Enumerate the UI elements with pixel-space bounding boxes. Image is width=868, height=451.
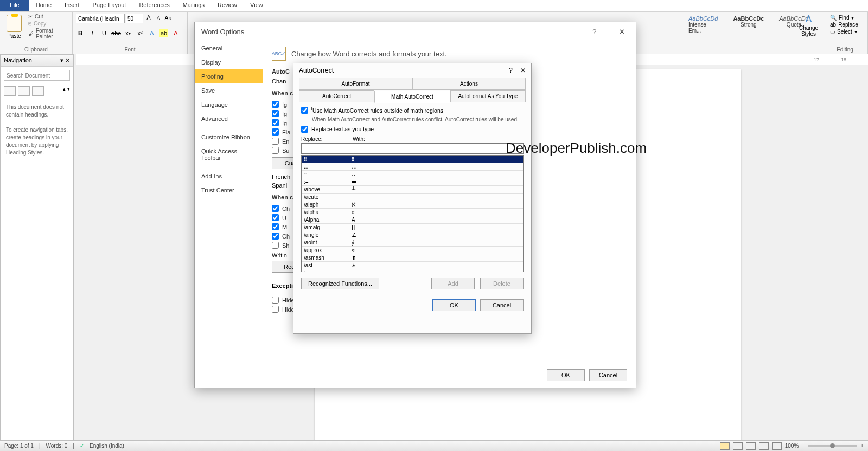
autocorrect-row[interactable]: \angle∠ bbox=[302, 231, 523, 239]
autocorrect-row[interactable]: \asymp≍ bbox=[302, 269, 523, 272]
options-nav-addins[interactable]: Add-Ins bbox=[195, 169, 263, 183]
autocorrect-row[interactable]: \acute bbox=[302, 194, 523, 201]
check-ignore-3[interactable] bbox=[272, 119, 279, 126]
autocorrect-row[interactable]: \above┴ bbox=[302, 186, 523, 194]
autocorrect-row[interactable]: \amalg∐ bbox=[302, 224, 523, 231]
check-spelling[interactable] bbox=[272, 205, 279, 212]
check-flag[interactable] bbox=[272, 128, 279, 136]
check-replace-as-you-type[interactable] bbox=[301, 126, 308, 133]
autocorrect-row[interactable]: \alephℵ bbox=[302, 201, 523, 209]
underline-button[interactable]: U bbox=[100, 29, 108, 37]
style-intense-emphasis[interactable]: AaBbCcDd Intense Em... bbox=[684, 14, 723, 35]
nav-close-icon[interactable]: ✕ bbox=[65, 57, 70, 63]
subscript-button[interactable]: x₂ bbox=[124, 29, 132, 37]
font-size-select[interactable] bbox=[126, 14, 143, 23]
view-outline[interactable] bbox=[759, 442, 769, 450]
tab-page-layout[interactable]: Page Layout bbox=[86, 0, 133, 11]
check-ignore-2[interactable] bbox=[272, 110, 279, 117]
recognized-functions-button[interactable]: Recognized Functions... bbox=[301, 278, 379, 289]
options-nav-save[interactable]: Save bbox=[195, 83, 263, 98]
autocorrect-cancel-button[interactable]: Cancel bbox=[480, 299, 524, 311]
select-button[interactable]: ▭Select ▾ bbox=[830, 29, 860, 35]
zoom-level[interactable]: 100% bbox=[785, 443, 799, 449]
autocorrect-list[interactable]: !!‼...…::∷:=≔\above┴\acute\alephℵ\alphaα… bbox=[301, 155, 524, 272]
change-case-button[interactable]: Aa bbox=[164, 14, 173, 22]
autocorrect-help-icon[interactable]: ? bbox=[509, 67, 513, 74]
check-use-math-outside[interactable] bbox=[301, 107, 308, 114]
nav-collapse-icon[interactable]: ▴ ▾ bbox=[63, 86, 70, 96]
highlight-button[interactable]: ab bbox=[159, 29, 168, 37]
navigation-search-input[interactable] bbox=[4, 70, 70, 81]
ac-tab-autocorrect[interactable]: AutoCorrect bbox=[299, 90, 374, 102]
options-close-button[interactable]: ✕ bbox=[615, 28, 629, 36]
autocorrect-row[interactable]: \alphaα bbox=[302, 209, 523, 216]
replace-button[interactable]: abReplace bbox=[830, 22, 860, 28]
tab-review[interactable]: Review bbox=[211, 0, 244, 11]
autocorrect-ok-button[interactable]: OK bbox=[432, 299, 476, 311]
autocorrect-row[interactable]: ::∷ bbox=[302, 171, 523, 178]
check-contextual[interactable] bbox=[272, 214, 279, 221]
tab-view[interactable]: View bbox=[244, 0, 270, 11]
view-full-screen[interactable] bbox=[733, 442, 743, 450]
strikethrough-button[interactable]: abc bbox=[112, 29, 120, 37]
status-words[interactable]: Words: 0 bbox=[46, 443, 68, 449]
check-grammar[interactable] bbox=[272, 223, 279, 230]
autocorrect-row[interactable]: \asmash⬆ bbox=[302, 254, 523, 262]
superscript-button[interactable]: x² bbox=[136, 29, 144, 37]
autocorrect-row[interactable]: \approx≈ bbox=[302, 247, 523, 254]
change-styles-button[interactable]: A Change Styles bbox=[795, 12, 822, 54]
ac-tab-autoformat-as-you-type[interactable]: AutoFormat As You Type bbox=[450, 90, 526, 102]
font-name-select[interactable] bbox=[76, 14, 125, 23]
shrink-font-button[interactable]: A bbox=[154, 14, 163, 22]
nav-tab-results[interactable] bbox=[32, 86, 44, 96]
options-nav-qat[interactable]: Quick Access Toolbar bbox=[195, 144, 263, 165]
with-input[interactable] bbox=[350, 143, 524, 154]
tab-insert[interactable]: Insert bbox=[58, 0, 86, 11]
autocorrect-row[interactable]: ...… bbox=[302, 163, 523, 171]
zoom-slider[interactable] bbox=[808, 445, 857, 447]
check-show-stats[interactable] bbox=[272, 242, 279, 249]
ac-tab-actions[interactable]: Actions bbox=[412, 78, 526, 89]
zoom-handle[interactable] bbox=[830, 443, 835, 448]
options-nav-display[interactable]: Display bbox=[195, 55, 263, 69]
autocorrect-row[interactable]: \aoint∳ bbox=[302, 239, 523, 247]
options-ok-button[interactable]: OK bbox=[547, 369, 585, 381]
check-suggest[interactable] bbox=[272, 147, 279, 154]
options-cancel-button[interactable]: Cancel bbox=[589, 369, 627, 381]
add-button[interactable]: Add bbox=[431, 278, 475, 289]
spellcheck-icon[interactable]: ✓ bbox=[80, 443, 84, 449]
autocorrect-close-button[interactable]: ✕ bbox=[520, 67, 526, 74]
bold-button[interactable]: B bbox=[76, 29, 85, 37]
ac-tab-autoformat[interactable]: AutoFormat bbox=[299, 78, 412, 89]
cut-button[interactable]: ✂Cut bbox=[28, 14, 69, 20]
options-help-icon[interactable]: ? bbox=[592, 28, 596, 36]
grow-font-button[interactable]: A bbox=[144, 14, 153, 22]
italic-button[interactable]: I bbox=[88, 29, 97, 37]
check-grammar-with-spelling[interactable] bbox=[272, 233, 279, 240]
tab-home[interactable]: Home bbox=[29, 0, 58, 11]
tab-mailings[interactable]: Mailings bbox=[176, 0, 211, 11]
status-page[interactable]: Page: 1 of 1 bbox=[4, 443, 34, 449]
view-print-layout[interactable] bbox=[720, 442, 730, 450]
format-painter-button[interactable]: 🖌Format Painter bbox=[28, 28, 69, 40]
options-nav-proofing[interactable]: Proofing bbox=[195, 69, 263, 83]
paste-button[interactable]: Paste bbox=[3, 14, 25, 40]
autocorrect-row[interactable]: !!‼ bbox=[302, 156, 523, 163]
view-web-layout[interactable] bbox=[746, 442, 756, 450]
check-hide-grammar[interactable] bbox=[272, 306, 279, 313]
nav-tab-headings[interactable] bbox=[4, 86, 16, 96]
zoom-in-button[interactable]: + bbox=[860, 443, 864, 449]
status-language[interactable]: English (India) bbox=[90, 443, 124, 449]
check-enforce[interactable] bbox=[272, 138, 279, 145]
autocorrect-row[interactable]: \ast∗ bbox=[302, 262, 523, 269]
replace-input[interactable] bbox=[301, 143, 350, 154]
nav-dropdown-icon[interactable]: ▾ bbox=[60, 57, 63, 63]
autocorrect-row[interactable]: :=≔ bbox=[302, 178, 523, 186]
options-nav-trust-center[interactable]: Trust Center bbox=[195, 183, 263, 197]
options-nav-general[interactable]: General bbox=[195, 41, 263, 55]
copy-button[interactable]: ⎘Copy bbox=[28, 21, 69, 27]
check-ignore-1[interactable] bbox=[272, 101, 279, 108]
delete-button[interactable]: Delete bbox=[480, 278, 524, 289]
find-button[interactable]: 🔍Find ▾ bbox=[830, 15, 860, 21]
tab-file[interactable]: File bbox=[0, 0, 29, 11]
